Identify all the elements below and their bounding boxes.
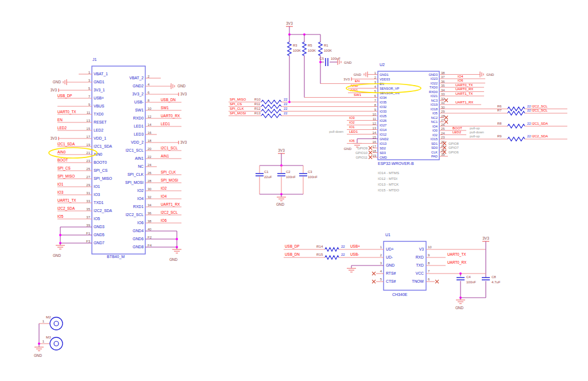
net-label[interactable]: I2C2_SCL xyxy=(161,210,178,215)
net-label[interactable]: SPI_MOSI xyxy=(161,178,178,183)
net-label[interactable]: IO3 xyxy=(57,190,64,194)
resistor-glyph[interactable] xyxy=(508,107,525,111)
resistor-glyph[interactable] xyxy=(261,100,281,104)
net-label[interactable]: UART0_RX xyxy=(161,114,180,118)
pin-number: 36 xyxy=(441,80,444,83)
net-label[interactable]: USB_DP xyxy=(285,244,300,249)
mounting-hole-m3[interactable] xyxy=(50,337,63,350)
pin-name: RXD0 xyxy=(429,90,438,94)
net-label[interactable]: UART0_TX xyxy=(455,83,473,87)
net-label[interactable]: IO4 xyxy=(161,194,167,198)
net-label[interactable]: IO1 xyxy=(349,125,355,129)
hole-ref[interactable]: M3 xyxy=(46,335,51,339)
net-label[interactable]: USB+ xyxy=(350,244,360,248)
net-label[interactable]: IO5 xyxy=(57,214,64,218)
net-label[interactable]: EN xyxy=(355,79,359,83)
resistor-glyph[interactable] xyxy=(508,137,525,141)
net-label[interactable]: I2C1_SCL xyxy=(532,109,548,112)
net-label[interactable]: IO1 xyxy=(57,182,64,186)
net-label[interactable]: USB_DN xyxy=(161,98,176,102)
resistor-glyph[interactable] xyxy=(288,42,292,56)
net-label[interactable]: I2C2_SCL xyxy=(532,105,548,108)
resistor-glyph[interactable] xyxy=(325,256,339,260)
net-label[interactable]: SPI_CS xyxy=(57,166,71,171)
pin-number: 10 xyxy=(148,107,152,110)
net-label[interactable]: UART0_TX xyxy=(57,110,76,114)
net-label[interactable]: I2C1_SDA xyxy=(532,122,548,125)
mounting-hole-m2[interactable] xyxy=(50,317,63,330)
pin-name: IO25 xyxy=(380,114,386,118)
net-label[interactable]: I2C1_SDA xyxy=(57,142,75,147)
chip-part-j1: BTB40_M xyxy=(107,255,125,259)
net-label[interactable]: IO2 xyxy=(161,186,167,190)
net-label[interactable]: UART1_RX xyxy=(455,101,473,104)
resistor-ref[interactable]: R15 xyxy=(316,252,323,256)
capacitor-ref[interactable]: C8 xyxy=(492,275,496,279)
net-label[interactable]: EN xyxy=(57,118,63,122)
net-label[interactable]: LED2 xyxy=(452,130,462,134)
capacitor-ref[interactable]: C3 xyxy=(308,170,312,174)
net-label[interactable]: SPI_CLK xyxy=(230,107,244,110)
pin-name: IO12 xyxy=(380,133,386,136)
net-label[interactable]: I2C1_SCL xyxy=(161,146,178,151)
net-label[interactable]: BOOT xyxy=(57,158,68,162)
resistor-ref: R6 xyxy=(497,105,501,108)
capacitor-ref[interactable]: C2 xyxy=(286,170,291,174)
net-label[interactable]: SPI_MISO xyxy=(230,98,246,101)
resistor-glyph[interactable] xyxy=(303,42,307,56)
pin-name: VBAT_1 xyxy=(94,72,108,76)
net-label[interactable]: UART0_RX xyxy=(447,260,467,265)
net-label[interactable]: IO5 xyxy=(349,139,355,143)
net-label[interactable]: I2C2_SDA xyxy=(532,134,548,138)
net-label[interactable]: LED2 xyxy=(57,126,67,130)
net-label[interactable]: IO3 xyxy=(349,116,355,120)
resistor-glyph[interactable] xyxy=(319,42,323,56)
net-label[interactable]: USB_DN xyxy=(285,252,300,257)
resistor-glyph[interactable] xyxy=(261,105,281,109)
net-label[interactable]: IO6 xyxy=(458,79,463,82)
net-label[interactable]: SPI_CS xyxy=(230,102,242,106)
net-label[interactable]: I2C2_SDA xyxy=(57,206,75,211)
net-label[interactable]: USB- xyxy=(350,252,359,256)
net-label[interactable]: AIN0 xyxy=(57,150,66,154)
net-label[interactable]: SPI_MOSI xyxy=(230,111,246,115)
pin-name: SPI_CLK xyxy=(127,172,144,177)
net-label[interactable]: LED1 xyxy=(349,130,358,133)
pin-name: SENSOR_VP xyxy=(380,87,399,90)
resistor-glyph[interactable] xyxy=(325,248,339,252)
net-label[interactable]: UART1_RX xyxy=(161,202,180,207)
net-label[interactable]: AIN1 xyxy=(161,154,169,158)
net-label[interactable]: SPI_MISO xyxy=(57,174,75,179)
resistor-ref[interactable]: R5 xyxy=(308,44,312,47)
net-label[interactable]: IO6 xyxy=(161,218,167,222)
resistor-glyph[interactable] xyxy=(261,109,281,113)
capacitor-ref[interactable]: C4 xyxy=(466,275,471,279)
pin-name: V3 xyxy=(419,247,424,251)
net-label[interactable]: UART0_RX xyxy=(455,87,473,91)
pin-name: IO21 xyxy=(431,94,438,98)
gnd-label: GND xyxy=(344,147,352,151)
chip-ref-j1: J1 xyxy=(92,57,96,61)
net-label[interactable]: IO4 xyxy=(458,75,463,78)
net-label[interactable]: LED1 xyxy=(161,122,170,126)
resistor-ref[interactable]: R3 xyxy=(293,44,297,47)
net-label[interactable]: SW1 xyxy=(161,106,169,110)
pin-name: NC2 xyxy=(431,116,438,120)
resistor-glyph[interactable] xyxy=(508,111,525,116)
capacitor-ref[interactable]: C1 xyxy=(264,170,269,174)
net-label[interactable]: BOOT xyxy=(452,126,462,130)
pin-name: BOOT0 xyxy=(94,160,107,164)
net-label[interactable]: UART1_TX xyxy=(455,92,473,95)
hole-ref[interactable]: M2 xyxy=(46,315,51,319)
resistor-ref[interactable]: R14 xyxy=(316,244,323,248)
net-label[interactable]: UART0_TX xyxy=(447,252,466,257)
net-label[interactable]: SPI_CLK xyxy=(161,170,176,175)
net-label[interactable]: UART1_TX xyxy=(57,198,76,203)
net-label[interactable]: IO2 xyxy=(349,121,355,124)
resistor-glyph[interactable] xyxy=(508,124,525,128)
net-label[interactable]: SW1 xyxy=(354,93,362,97)
capacitor-ref[interactable]: C5 xyxy=(319,57,324,60)
resistor-ref[interactable]: R1 xyxy=(324,44,328,47)
resistor-glyph[interactable] xyxy=(261,114,281,118)
net-label[interactable]: USB_DP xyxy=(57,94,72,98)
